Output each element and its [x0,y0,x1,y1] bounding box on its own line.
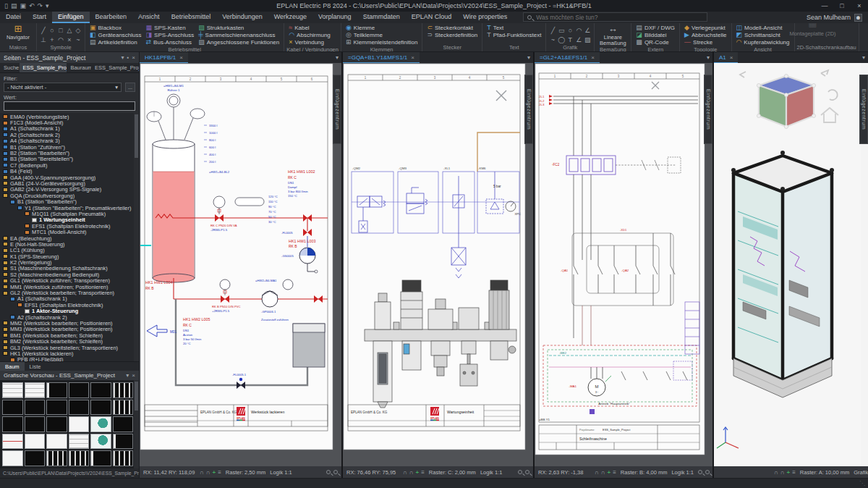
menu-icon[interactable]: ≡ [421,469,425,476]
insert-center-tab[interactable]: Einfügezentrum [333,75,341,144]
insert-center-tab[interactable]: Einfügezentrum [859,75,868,144]
preview-close-icon[interactable]: × [132,372,135,379]
preview-scrollbar[interactable] [134,380,139,468]
maximize-button[interactable]: □ [833,2,851,9]
device-connection-button[interactable]: ◧Geräteanschluss [88,31,144,38]
gfx-ellipse-button[interactable]: ◯ [558,32,565,45]
shielding-button[interactable]: ◠Abschirmung [286,31,333,38]
quick-access-dropdown-button[interactable]: ▾ [46,2,49,9]
navigator-tab-1[interactable]: ESS_Sample_Project [20,63,67,72]
plug-definition-button[interactable]: ⊃Steckerdefinition [425,31,480,38]
tree-item[interactable]: PFB (R+I-Fließbild) [0,357,139,361]
close-button[interactable]: × [851,2,868,9]
connected-functions-button[interactable]: ▨Angeschlossene Funktionen [196,38,281,46]
lineare-bemassung-button[interactable]: ↔Lineare Bemaßung [597,24,629,46]
tab-einf-gen[interactable]: Einfügen [52,12,90,23]
view-tab-baum[interactable]: Baum [0,362,25,371]
zoom-in-icon[interactable] [326,470,331,474]
page-thumbnail[interactable] [90,400,111,416]
w3-tab[interactable]: =GL2+A1&EFS1/1× [535,52,600,63]
insert-center-tab[interactable]: Einfügezentrum [704,75,712,144]
image-file-button[interactable]: ◪Bilddatei [634,31,677,38]
filter-more-button[interactable]: ... [125,83,135,92]
page-thumbnail[interactable] [69,450,90,466]
sym-x-button[interactable]: × [67,32,71,45]
terminal-strip-definition-button[interactable]: ⊞Klemmenleistendefinition [344,38,420,46]
path-function-text-button[interactable]: TPfad-Funktionstext [485,31,543,38]
page-thumbnail[interactable] [2,450,23,466]
terminal-button[interactable]: ◉Klemme [344,24,420,31]
panel-close-icon[interactable]: × [132,54,135,61]
part-terminal-button[interactable]: ◎Teilklemme [344,31,420,38]
snap-icon[interactable]: ∩ [200,469,204,476]
tab-datei[interactable]: Datei [0,12,27,23]
macro-navigator-button[interactable]: ⊞Navigator [2,24,34,41]
page-thumbnail[interactable] [46,434,67,450]
save-button[interactable]: ▣ [20,2,26,9]
page-thumbnail[interactable] [25,382,46,398]
page-thumbnail[interactable] [25,400,46,416]
zoom-toolbar[interactable] [518,470,529,474]
add-icon[interactable]: + [608,469,611,476]
route-button[interactable]: —Strecke [682,38,728,46]
search-input[interactable] [535,13,703,22]
page-thumbnail[interactable] [25,450,46,466]
page-thumbnail[interactable] [90,416,111,432]
tree-scrollbar[interactable] [134,113,139,361]
article-definition-button[interactable]: ▤Artikeldefinition [88,38,144,46]
page-thumbnail[interactable] [46,450,67,466]
new-page-button[interactable]: ▯ [4,2,8,9]
tab-close-icon[interactable]: × [591,54,595,61]
montageplatte-button[interactable]: ▦Montageplatte (2D) [797,24,829,31]
snap-icon[interactable]: ∩ [403,469,407,476]
snap-icon[interactable]: ∩ [601,469,605,476]
w1-tab[interactable]: HK1&PFB/1× [140,52,188,63]
zoom-out-icon[interactable] [525,470,529,474]
w2-canvas[interactable]: 1 2 3 4 5 -Q [343,63,533,466]
page-thumbnail[interactable] [2,416,23,432]
page-thumbnail[interactable] [90,434,111,450]
w2-tab[interactable]: =GQA+B1.Y1&MFS1/1× [343,52,420,63]
page-thumbnail[interactable] [46,382,67,398]
page-thumbnail[interactable] [2,382,23,398]
page-thumbnail[interactable] [46,416,67,432]
tab-list-dropdown-icon[interactable]: ▾ [336,54,341,61]
preview-menu-icon[interactable]: ▾ [126,372,129,379]
zoom-out-icon[interactable] [705,470,710,474]
snap-icon[interactable]: ∩ [409,469,414,476]
gfx-angle-button[interactable]: ∠ [576,32,582,45]
page-thumbnail[interactable] [113,382,134,398]
blackbox-button[interactable]: ▣Blackbox [88,24,144,31]
search-box[interactable] [523,12,707,22]
snap-icon[interactable]: ∩ [206,469,210,476]
dxf-dwg-button[interactable]: ▤DXF / DWG [634,24,677,31]
add-icon[interactable]: + [416,469,420,476]
tab-close-icon[interactable]: × [179,54,183,61]
navigator-tab-0[interactable]: Suche [0,63,20,72]
connection-button[interactable]: ×Verbindung [286,38,333,46]
snap-icon[interactable]: ∩ [780,469,785,476]
plc-connection-button[interactable]: ◨SPS-Anschluss [144,31,197,38]
tab-bearbeiten[interactable]: Bearbeiten [90,12,133,23]
snap-toolbar[interactable]: ∩∩+≡ [403,469,425,476]
page-thumbnail[interactable] [113,434,134,450]
tab-close-icon[interactable]: × [411,54,414,61]
zoom-in-icon[interactable] [698,470,702,474]
zoom-toolbar[interactable] [698,470,710,474]
tab-vorplanung[interactable]: Vorplanung [312,12,357,23]
w1-canvas[interactable]: 1 2 3 4 5 6 =HW1+B4-M1 Rührer 1 [140,63,341,466]
zoom-out-icon[interactable] [333,470,338,474]
busbar-connection-button[interactable]: ╪Sammelschienenanschluss [196,31,281,38]
page-thumbnail[interactable] [90,382,111,398]
sym-cross-button[interactable]: + [50,32,54,45]
sym-ground-button[interactable]: ⊥ [41,32,46,45]
routing-point-button[interactable]: ◆Verlegepunkt [682,24,728,31]
page-thumbnail[interactable] [2,434,23,450]
tab-ansicht[interactable]: Ansicht [132,12,166,23]
wert-input[interactable] [4,101,135,111]
bus-connection-button[interactable]: ⇄Bus-Anschluss [144,38,197,46]
zoom-toolbar[interactable] [326,470,338,474]
tab-list-dropdown-icon[interactable]: ▾ [527,54,533,61]
page-thumbnail[interactable] [113,400,134,416]
undo-button[interactable]: ↶ [29,2,35,9]
